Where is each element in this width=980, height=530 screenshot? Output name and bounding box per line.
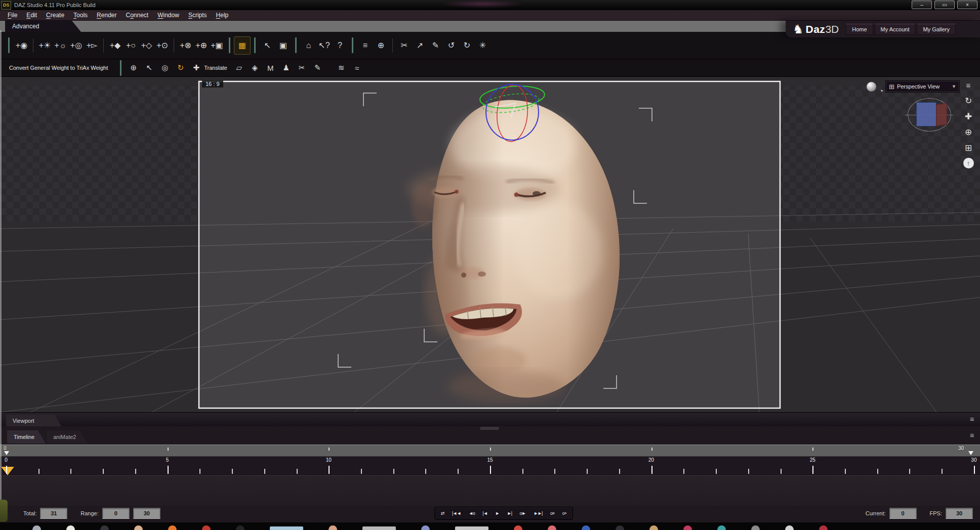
tab-advanced[interactable]: Advanced	[5, 21, 81, 32]
dock-icon[interactable]	[32, 525, 41, 530]
rotate-tool-icon[interactable]: ↻	[173, 61, 188, 74]
help-icon[interactable]: ?	[332, 37, 348, 54]
step-forward-button[interactable]: ►|	[507, 511, 512, 516]
my-account-link[interactable]: My Account	[875, 24, 916, 35]
my-gallery-link[interactable]: My Gallery	[917, 24, 956, 35]
range-start-marker[interactable]	[4, 451, 9, 455]
translate-tool-icon[interactable]: ✚	[188, 61, 204, 74]
new-primitive-icon[interactable]: +◆	[107, 37, 123, 54]
new-camera-icon[interactable]: +◉	[14, 37, 29, 54]
timeline-track-area[interactable]	[0, 475, 980, 506]
new-instance-icon[interactable]: +⊙	[154, 37, 170, 54]
node-selection-pointer-icon[interactable]: ↖	[141, 61, 157, 74]
current-frame-field[interactable]: 0	[889, 508, 917, 519]
dock-icon[interactable]	[329, 525, 337, 530]
tab-timeline[interactable]: Timeline	[7, 430, 46, 444]
orbit-camera-icon[interactable]: ↻	[962, 95, 975, 106]
dock-icon[interactable]	[717, 525, 726, 530]
dock-icon[interactable]	[582, 525, 590, 530]
tab-animate2[interactable]: aniMate2	[47, 430, 87, 444]
window-thumbnail[interactable]	[270, 526, 303, 530]
new-point-light-icon[interactable]: +☼	[53, 37, 68, 54]
frame-ruler[interactable]: 051015202530	[0, 457, 980, 476]
cut-tool-icon[interactable]: ✂	[396, 37, 412, 54]
drawstyle-sphere-button[interactable]: ▾	[867, 80, 884, 93]
play-button[interactable]: ►	[495, 511, 499, 516]
skip-to-start-button[interactable]: |◄◄	[452, 511, 461, 516]
previous-key-button[interactable]: ◄o	[469, 511, 475, 516]
geometry-editor-tool-icon[interactable]: ✂	[294, 61, 310, 74]
dock-icon[interactable]	[751, 525, 760, 530]
new-linear-point-light-icon[interactable]: +◎	[68, 37, 84, 54]
zoom-camera-icon[interactable]: ⊕	[962, 126, 975, 138]
menu-file[interactable]: File	[3, 12, 22, 19]
range-end-marker[interactable]	[968, 451, 973, 455]
view-cube-side-face[interactable]	[936, 103, 947, 126]
menu-create[interactable]: Create	[42, 12, 69, 19]
convert-weight-button[interactable]: Convert General Weight to TriAx Weight	[4, 63, 113, 72]
restore-button[interactable]: ▭	[934, 1, 955, 9]
tab-viewport[interactable]: Viewport	[6, 415, 62, 427]
pane-menu-icon[interactable]: ≡	[967, 415, 977, 423]
smart-content-icon[interactable]: ⊕	[373, 37, 389, 54]
annotate-icon[interactable]: ✎	[428, 37, 443, 54]
send-to-icon[interactable]: ↗	[412, 37, 428, 54]
dock-icon[interactable]	[66, 525, 75, 530]
close-button[interactable]: ×	[957, 1, 977, 9]
playhead[interactable]	[1, 467, 14, 475]
dock-icon[interactable]	[785, 525, 794, 530]
new-spotlight-icon[interactable]: +☀	[37, 37, 53, 54]
polygon-group-editor-tool-icon[interactable]: ✎	[310, 61, 325, 74]
menu-render[interactable]: Render	[92, 12, 121, 19]
dock-icon[interactable]	[100, 525, 109, 530]
menu-edit[interactable]: Edit	[22, 12, 42, 19]
add-key-button[interactable]: o+	[562, 511, 566, 516]
spin-left-icon[interactable]: ↺	[443, 37, 459, 54]
scene-pane-icon[interactable]: ≡	[357, 37, 373, 54]
mesh-grabber-tool-icon[interactable]: M	[263, 61, 278, 74]
new-distant-light-icon[interactable]: +▻	[84, 37, 100, 54]
view-cube-front-face[interactable]	[916, 102, 936, 126]
dock-icon[interactable]	[683, 525, 692, 530]
step-back-button[interactable]: |◄	[482, 511, 487, 516]
dock-icon[interactable]	[421, 525, 430, 530]
dock-icon[interactable]	[514, 525, 522, 530]
whats-this-icon[interactable]: ↖?	[316, 37, 332, 54]
daz-central-icon[interactable]: ⌂	[301, 37, 316, 54]
window-thumbnail[interactable]	[362, 526, 396, 530]
menu-scripts[interactable]: Scripts	[184, 12, 212, 19]
dock-icon[interactable]	[134, 525, 143, 530]
dock-icon[interactable]	[616, 525, 624, 530]
view-cube-gizmo[interactable]	[908, 98, 952, 132]
dock-icon[interactable]	[548, 525, 556, 530]
surface-selection-tool-icon[interactable]: ◈	[247, 61, 263, 74]
viewport-3d[interactable]: 16 : 9 ▾ ⊞ Perspective View ▼ ≡ ↻ ✚ ⊕ ⊞ …	[0, 77, 980, 412]
dock-icon[interactable]	[819, 525, 828, 530]
next-key-button[interactable]: o►	[520, 511, 526, 516]
minimize-button[interactable]: –	[912, 1, 932, 9]
geometry-grid-icon[interactable]: ▦	[234, 37, 250, 54]
new-group-icon[interactable]: +◇	[139, 37, 154, 54]
new-prop-icon[interactable]: +▣	[209, 37, 225, 54]
skip-to-end-button[interactable]: ►►|	[534, 511, 542, 516]
spin-right-icon[interactable]: ↻	[459, 37, 475, 54]
menu-tools[interactable]: Tools	[69, 12, 92, 19]
hair-editor-tool-icon[interactable]: ≋	[334, 61, 349, 74]
figure-setup-tool-icon[interactable]: ♟	[278, 61, 294, 74]
scale-tool-icon[interactable]: ▱	[231, 61, 247, 74]
window-thumbnail[interactable]	[455, 526, 488, 530]
view-selector[interactable]: ⊞ Perspective View ▼	[885, 80, 960, 93]
new-ik-chain-icon[interactable]: +⊕	[193, 37, 209, 54]
pane-splitter-handle[interactable]	[480, 427, 499, 430]
active-pose-tool-icon[interactable]: ◎	[157, 61, 173, 74]
pane-options-icon[interactable]: ≡	[962, 79, 975, 91]
new-bone-icon[interactable]: +⊗	[178, 37, 193, 54]
dock-icon[interactable]	[236, 525, 244, 530]
delete-key-button[interactable]: o×	[550, 511, 554, 516]
menu-connect[interactable]: Connect	[121, 12, 153, 19]
pan-camera-icon[interactable]: ✚	[962, 111, 975, 122]
dock-icon[interactable]	[202, 525, 211, 530]
total-frames-field[interactable]: 31	[40, 508, 67, 519]
play-range-bar[interactable]: 0 30	[0, 445, 980, 457]
frame-camera-icon[interactable]: ⊞	[962, 142, 975, 153]
